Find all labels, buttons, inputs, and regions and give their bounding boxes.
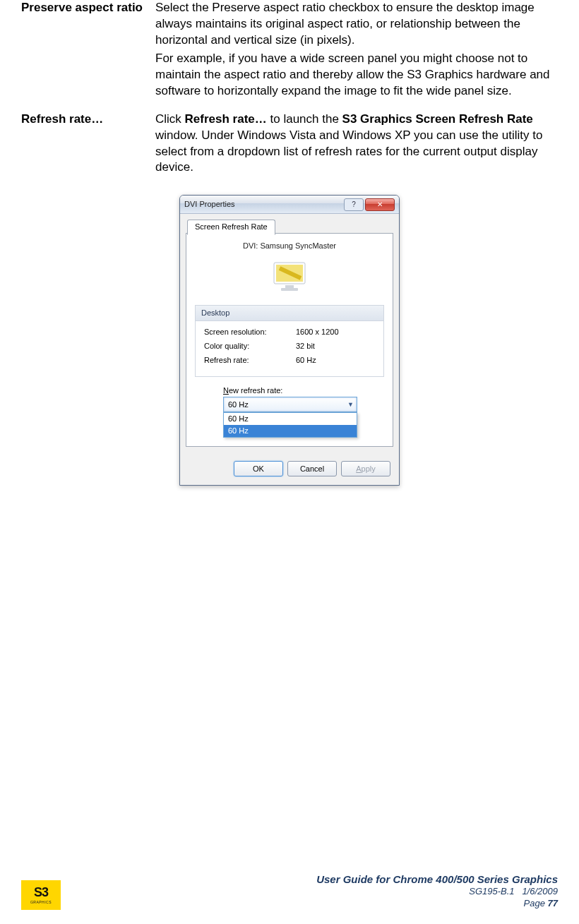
definition-description: Select the Preserve aspect ratio checkbo… [155, 0, 558, 102]
close-button[interactable]: ✕ [365, 198, 395, 211]
dialog-button-bar: OK Cancel Apply [180, 454, 399, 485]
definition-description: Click Refresh rate… to launch the S3 Gra… [155, 112, 558, 179]
combo-option-selected[interactable]: 60 Hz [224, 425, 357, 437]
cancel-button[interactable]: Cancel [287, 461, 337, 476]
refresh-rate-combo-area: 60 Hz ▼ 60 Hz 60 Hz [195, 397, 357, 412]
svg-rect-2 [285, 285, 294, 288]
kv-row: Screen resolution: 1600 x 1200 [204, 327, 375, 337]
tab-screen-refresh-rate[interactable]: Screen Refresh Rate [187, 220, 275, 235]
logo-text: S3 [34, 886, 48, 899]
refresh-rate-dropdown-list: 60 Hz 60 Hz [223, 412, 357, 438]
paragraph: For example, if you have a wide screen p… [155, 51, 558, 100]
definition-term-refresh-rate: Refresh rate… [21, 112, 155, 179]
chevron-down-icon: ▼ [347, 400, 354, 409]
help-button[interactable]: ? [344, 198, 364, 211]
new-refresh-rate-label-row: New refresh rate: [195, 385, 384, 396]
definition-term-preserve-aspect: Preserve aspect ratio [21, 0, 155, 102]
refresh-rate-select[interactable]: 60 Hz ▼ [223, 397, 357, 412]
footer-title: User Guide for Chrome 400/500 Series Gra… [316, 872, 558, 887]
desktop-group: Desktop Screen resolution: 1600 x 1200 C… [195, 305, 384, 376]
dvi-properties-dialog: DVI Properties ? ✕ Screen Refresh Rate D… [179, 195, 400, 486]
svg-rect-3 [281, 288, 298, 291]
kv-row: Color quality: 32 bit [204, 341, 375, 352]
kv-key: Refresh rate: [204, 355, 296, 366]
paragraph: Click Refresh rate… to launch the S3 Gra… [155, 112, 558, 176]
tab-panel: DVI: Samsung SyncMaster Desktop [186, 233, 393, 447]
footer-text-block: User Guide for Chrome 400/500 Series Gra… [316, 872, 558, 910]
monitor-name-label: DVI: Samsung SyncMaster [195, 241, 384, 251]
logo-subtext: GRAPHICS [30, 900, 52, 905]
kv-value: 60 Hz [296, 355, 316, 366]
window-controls: ? ✕ [344, 198, 395, 211]
monitor-icon [195, 260, 384, 295]
kv-value: 1600 x 1200 [296, 327, 339, 337]
s3-graphics-logo: S3 GRAPHICS [21, 880, 61, 910]
dialog-screenshot: DVI Properties ? ✕ Screen Refresh Rate D… [21, 195, 558, 486]
dialog-titlebar: DVI Properties ? ✕ [180, 196, 399, 214]
new-refresh-rate-label: New refresh rate: [223, 385, 282, 396]
paragraph: Select the Preserve aspect ratio checkbo… [155, 0, 558, 49]
footer-docinfo: SG195-B.1 1/6/2009 [316, 886, 558, 898]
kv-key: Color quality: [204, 341, 296, 352]
dialog-title: DVI Properties [184, 199, 235, 210]
kv-row: Refresh rate: 60 Hz [204, 355, 375, 366]
page-footer: S3 GRAPHICS User Guide for Chrome 400/50… [0, 872, 579, 910]
combo-option[interactable]: 60 Hz [224, 413, 357, 425]
ok-button[interactable]: OK [234, 461, 283, 476]
footer-page: Page 77 [316, 898, 558, 910]
apply-button[interactable]: Apply [341, 461, 390, 476]
definition-row: Preserve aspect ratio Select the Preserv… [21, 0, 558, 102]
tab-strip: Screen Refresh Rate [186, 218, 393, 234]
kv-value: 32 bit [296, 341, 315, 352]
group-header: Desktop [196, 306, 383, 321]
definition-row: Refresh rate… Click Refresh rate… to lau… [21, 112, 558, 179]
combo-selected-value: 60 Hz [228, 400, 249, 410]
kv-key: Screen resolution: [204, 327, 296, 337]
dialog-body: Screen Refresh Rate DVI: Samsung SyncMas… [180, 214, 399, 454]
